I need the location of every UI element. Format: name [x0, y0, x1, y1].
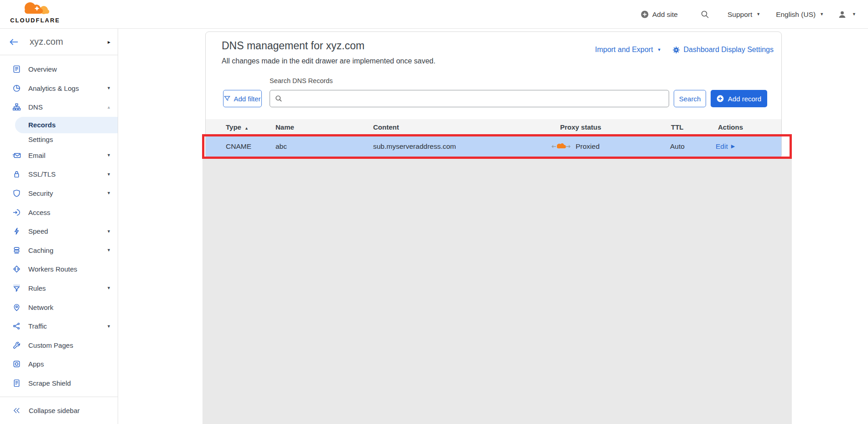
chevron-right-icon[interactable]: ▸: [108, 39, 110, 45]
plus-circle-icon: [717, 95, 724, 102]
chevron-down-icon: ▼: [107, 324, 111, 329]
language-menu[interactable]: English (US) ▼: [776, 10, 824, 19]
search-button[interactable]: Search: [674, 90, 706, 107]
chevron-down-icon: ▼: [107, 153, 111, 157]
search-dns-records-label: Search DNS Records: [270, 77, 333, 84]
record-content-cell: sub.myserveraddress.com: [373, 136, 456, 157]
top-header: CLOUDFLARE Add site Support ▼ English: [0, 0, 868, 29]
cloudflare-logo[interactable]: CLOUDFLARE: [7, 1, 63, 24]
account-menu[interactable]: ▼: [837, 10, 856, 19]
language-label: English (US): [776, 10, 816, 19]
chevron-down-icon: ▼: [107, 286, 111, 290]
sidebar-item-dns[interactable]: DNS ▲: [0, 98, 118, 117]
sidebar-item-ssl-tls[interactable]: SSL/TLS ▼: [0, 165, 118, 184]
apps-icon: [12, 360, 21, 368]
search-icon: [701, 10, 709, 19]
dns-table-header: Type▲ Name Content Proxy status TTL Acti…: [206, 119, 781, 136]
sidebar-item-workers-routes[interactable]: Workers Routes: [0, 260, 118, 279]
workers-icon: [12, 265, 21, 273]
add-record-button[interactable]: Add record: [711, 90, 767, 107]
dns-record-row[interactable]: CNAME abc sub.myserveraddress.com: [206, 136, 781, 157]
column-header-content[interactable]: Content: [373, 119, 399, 136]
lock-icon: [12, 170, 21, 178]
cloudflare-cloud-icon: [7, 1, 63, 16]
page-title: DNS management for xyz.com: [222, 40, 364, 52]
sort-asc-icon: ▲: [244, 126, 249, 131]
chevron-down-icon: ▼: [756, 12, 760, 16]
chevron-down-icon: ▼: [107, 229, 111, 234]
filter-icon: [224, 95, 230, 102]
site-selector[interactable]: xyz.com ▸: [0, 29, 118, 55]
gear-icon: [672, 46, 680, 54]
column-header-name[interactable]: Name: [275, 119, 294, 136]
chevron-up-icon: ▲: [107, 105, 111, 110]
record-name-cell: abc: [275, 136, 287, 157]
header-search-button[interactable]: [701, 10, 709, 19]
import-export-link[interactable]: Import and Export: [595, 46, 653, 54]
pin-icon: [12, 303, 21, 312]
chevron-down-icon: ▼: [107, 191, 111, 195]
page-subtitle: All changes made in the edit drawer are …: [222, 57, 436, 65]
collapse-sidebar-button[interactable]: Collapse sidebar: [0, 397, 118, 424]
shield-icon: [12, 189, 21, 198]
search-dns-input[interactable]: [286, 95, 669, 103]
chevron-down-icon: ▼: [852, 12, 856, 16]
sidebar-item-apps[interactable]: Apps: [0, 355, 118, 374]
proxy-status-label: Proxied: [576, 136, 600, 157]
access-icon: [12, 208, 21, 217]
support-label: Support: [728, 10, 752, 19]
record-type-cell: CNAME: [226, 136, 251, 157]
chevron-down-icon: ▼: [107, 248, 111, 252]
sidebar: xyz.com ▸ Overview Analytics & Logs ▼: [0, 29, 118, 424]
chevron-down-icon: ▼: [657, 48, 661, 52]
sidebar-nav: Overview Analytics & Logs ▼ DNS ▲: [0, 55, 118, 393]
record-proxy-cell: Proxied: [551, 136, 600, 157]
user-icon: [837, 10, 847, 19]
plus-circle-icon: [641, 10, 649, 18]
sidebar-item-analytics-logs[interactable]: Analytics & Logs ▼: [0, 79, 118, 98]
sidebar-item-traffic[interactable]: Traffic ▼: [0, 317, 118, 336]
dns-management-card: DNS management for xyz.com All changes m…: [205, 31, 782, 158]
proxied-cloud-icon: [551, 141, 572, 152]
analytics-icon: [12, 84, 21, 93]
chevron-down-icon: ▼: [820, 12, 824, 16]
sidebar-item-caching[interactable]: Caching ▼: [0, 241, 118, 260]
overview-icon: [12, 65, 21, 73]
traffic-icon: [12, 322, 21, 330]
dns-icon: [12, 103, 21, 111]
sidebar-item-overview[interactable]: Overview: [0, 60, 118, 79]
email-icon: [12, 151, 21, 160]
chevron-down-icon: ▼: [107, 86, 111, 90]
back-arrow-icon[interactable]: [9, 38, 19, 46]
column-header-ttl[interactable]: TTL: [671, 119, 684, 136]
funnel-icon: [12, 284, 21, 293]
sidebar-item-custom-pages[interactable]: Custom Pages: [0, 335, 118, 355]
chevron-right-icon: ▶: [731, 136, 735, 157]
dashboard-display-settings-link[interactable]: Dashboard Display Settings: [684, 46, 774, 54]
chevron-down-icon: ▼: [107, 172, 111, 177]
document-icon: [12, 379, 21, 387]
sidebar-item-rules[interactable]: Rules ▼: [0, 279, 118, 298]
sidebar-item-security[interactable]: Security ▼: [0, 184, 118, 203]
sidebar-item-network[interactable]: Network: [0, 298, 118, 317]
sidebar-item-scrape-shield[interactable]: Scrape Shield: [0, 374, 118, 393]
edit-record-button[interactable]: Edit ▶: [716, 136, 735, 157]
sidebar-item-dns-records[interactable]: Records: [15, 117, 118, 133]
double-chevron-left-icon: [12, 406, 21, 415]
add-site-label: Add site: [652, 10, 678, 19]
lightning-icon: [12, 227, 21, 236]
column-header-actions: Actions: [718, 119, 743, 136]
search-dns-input-box[interactable]: [270, 90, 669, 107]
sidebar-item-speed[interactable]: Speed ▼: [0, 222, 118, 241]
site-name: xyz.com: [30, 37, 108, 47]
sidebar-item-access[interactable]: Access: [0, 203, 118, 222]
sidebar-item-email[interactable]: Email ▼: [0, 146, 118, 165]
sidebar-item-dns-settings[interactable]: Settings: [0, 133, 118, 146]
column-header-type[interactable]: Type▲: [226, 119, 249, 136]
search-icon: [275, 95, 282, 102]
support-menu[interactable]: Support ▼: [728, 10, 760, 19]
add-filter-button[interactable]: Add filter: [223, 90, 262, 107]
add-site-button[interactable]: Add site: [641, 10, 681, 19]
dimmed-overlay: [203, 159, 792, 424]
column-header-proxy-status[interactable]: Proxy status: [560, 119, 601, 136]
